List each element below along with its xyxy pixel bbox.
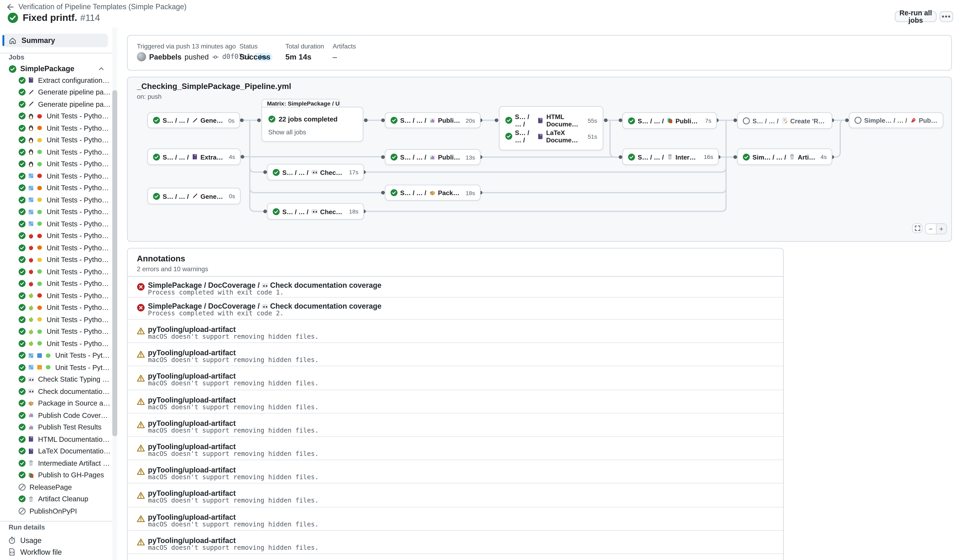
job-label: Unit Tests - Python 3.13 <box>47 280 112 287</box>
node-label: Check docume… <box>320 208 344 215</box>
workflow-node-publish-gh-pages[interactable]: S… / … /Publish to GH-P…7s <box>622 112 717 129</box>
actor-name[interactable]: Paebbels <box>149 53 181 61</box>
sidebar-job-item[interactable]: Unit Tests - Python 3.10 <box>0 182 112 194</box>
dot-red-icon <box>36 113 43 119</box>
workflow-node-publish-code-coverage[interactable]: S… / … /Publish Code C…20s <box>385 112 481 128</box>
fullscreen-button[interactable] <box>912 223 923 233</box>
sidebar-job-item[interactable]: Unit Tests - Python 3.10 <box>0 302 112 314</box>
package-icon <box>28 400 35 406</box>
sidebar-job-item[interactable]: Unit Tests - Python 3.9 <box>0 110 112 122</box>
sidebar-job-item[interactable]: PublishOnPyPI <box>0 505 112 517</box>
annotation-message: macOS doesn't support removing hidden fi… <box>148 520 319 527</box>
sidebar-job-item[interactable]: Generate pipeline parameters <box>0 98 112 110</box>
sidebar-job-item[interactable]: Unit Tests - Python 3.9 <box>0 290 112 302</box>
sidebar-job-item[interactable]: LaTeX Documentation using … <box>0 445 112 457</box>
scrollbar-thumb[interactable] <box>112 90 117 436</box>
sidebar-job-item[interactable]: Unit Tests - Python 3.12 <box>0 206 112 218</box>
sidebar-job-item[interactable]: Unit Tests - Python 3.12 <box>0 266 112 278</box>
sidebar-job-item[interactable]: Artifact Cleanup <box>0 493 112 505</box>
sidebar-job-item[interactable]: Unit Tests - Python 3.10 <box>0 242 112 254</box>
avatar[interactable] <box>137 52 146 61</box>
sidebar-job-item[interactable]: Unit Tests - Python 3.13 <box>0 218 112 230</box>
sidebar-item-workflow-file[interactable]: Workflow file <box>0 546 109 558</box>
workflow-node-create-release-page[interactable]: S… / … /Create 'Release Pa… <box>737 112 832 129</box>
workflow-trigger: on: push <box>137 93 162 100</box>
sidebar-job-item[interactable]: Check documentation covera… <box>0 385 112 397</box>
annotation-row-error[interactable]: SimplePackage / DocCoverage / Check docu… <box>128 298 783 320</box>
sidebar-item-usage[interactable]: Usage <box>0 535 109 546</box>
sidebar-job-item[interactable]: Unit Tests - Python 3.13 <box>0 158 112 170</box>
sidebar-job-item[interactable]: Unit Tests - Python 3.12 <box>0 361 112 373</box>
sidebar-job-item[interactable]: Unit Tests - Python 3.12 <box>0 350 112 362</box>
chart-icon <box>429 117 436 124</box>
workflow-node-artifact-cleanup[interactable]: Sim… / … /Artifact Cleanup4s <box>737 149 832 165</box>
sidebar-job-item[interactable]: Unit Tests - Python 3.12 <box>0 326 112 338</box>
show-all-jobs-link[interactable]: Show all jobs <box>268 128 306 136</box>
docs-group[interactable]: S… / … /HTML Docume…55sS… / … /LaTeX Doc… <box>499 106 603 150</box>
workflow-node-extract-configurations[interactable]: S… / … /Extract configur…4s <box>147 149 241 165</box>
sidebar-job-item[interactable]: Unit Tests - Python 3.11 <box>0 314 112 326</box>
annotation-row-warning[interactable]: pyTooling/upload-artifactmacOS doesn't s… <box>128 484 783 507</box>
dot-orange-icon <box>36 125 43 132</box>
sidebar-job-item[interactable]: Unit Tests - Python 3.9 <box>0 170 112 182</box>
workflow-node-check-documentation[interactable]: S… / … /Check docume…18s <box>267 203 364 220</box>
matrix-group[interactable]: 22 jobs completedShow all jobs <box>261 107 363 142</box>
workflow-node-package-source-wheel[interactable]: S… / … /Package in Sou…18s <box>385 185 481 201</box>
breadcrumb[interactable]: Verification of Pipeline Templates (Simp… <box>6 2 187 11</box>
sidebar-job-item[interactable]: Publish to GH-Pages <box>0 469 112 481</box>
sidebar-job-item[interactable]: ReleasePage <box>0 481 112 493</box>
sidebar-job-item[interactable]: Check Static Typing using Pyt… <box>0 373 112 386</box>
workflow-node-generate-params-1[interactable]: S… / … /Generate pipelin…0s <box>147 112 240 128</box>
chevron-up-icon[interactable] <box>98 66 104 72</box>
sidebar-job-item[interactable]: Unit Tests - Python 3.11 <box>0 254 112 266</box>
workflow-node-publish-test-results[interactable]: S… / … /Publish Test Re…13s <box>385 149 481 165</box>
workflow-node-check-static-typing[interactable]: S… / … /Check Static Ty…17s <box>267 164 364 180</box>
annotation-row-warning[interactable]: pyTooling/upload-artifactmacOS doesn't s… <box>128 437 783 460</box>
sidebar-scrollbar[interactable] <box>112 28 117 560</box>
annotation-row-error[interactable]: SimplePackage / DocCoverage / Check docu… <box>128 277 783 298</box>
sidebar-job-item[interactable]: Unit Tests - Python 3.11 <box>0 134 112 146</box>
sidebar-job-item[interactable]: Publish Test Results <box>0 421 112 433</box>
sidebar-job-item[interactable]: Unit Tests - Python 3.12 <box>0 146 112 158</box>
breadcrumb-label[interactable]: Verification of Pipeline Templates (Simp… <box>19 2 187 11</box>
annotation-row-warning[interactable]: pyTooling/upload-artifactmacOS doesn't s… <box>128 460 783 484</box>
zoom-out-button[interactable]: − <box>926 224 936 234</box>
node-duration: 4s <box>818 154 827 160</box>
sidebar-job-item[interactable]: Intermediate Artifact Cleanup <box>0 457 112 469</box>
annotation-row-warning[interactable]: pyTooling/upload-artifactmacOS doesn't s… <box>128 413 783 437</box>
annotation-row-warning[interactable]: pyTooling/upload-artifactmacOS doesn't s… <box>128 507 783 531</box>
annotation-row-warning[interactable]: pyTooling/upload-artifactmacOS doesn't s… <box>128 343 783 367</box>
dot-orange-icon <box>36 185 43 191</box>
sidebar-job-item[interactable]: Unit Tests - Python 3.13 <box>0 278 112 290</box>
check-icon <box>19 124 26 132</box>
sidebar-job-item[interactable]: Unit Tests - Python 3.10 <box>0 122 112 134</box>
sidebar-job-item[interactable]: Package in Source and Wheel… <box>0 397 112 409</box>
annotation-message: macOS doesn't support removing hidden fi… <box>148 426 319 434</box>
workflow-node-latex-docume-[interactable]: S… / … /LaTeX Docume…51s <box>500 128 603 144</box>
check-icon <box>153 116 160 124</box>
back-arrow-icon[interactable] <box>6 3 14 11</box>
kebab-menu-button[interactable]: ••• <box>940 11 953 22</box>
workflow-node-intermediate-artifact-cleanup[interactable]: S… / … /Intermediate A…16s <box>622 149 719 165</box>
sidebar-job-item[interactable]: Extract configurations from p… <box>0 74 112 86</box>
zoom-in-button[interactable]: + <box>936 224 947 234</box>
workflow-node-publish-to-pypi[interactable]: Simple… / … /Publish to PyPI <box>849 112 943 128</box>
sidebar-job-item[interactable]: Unit Tests - Python 3.13 <box>0 337 112 350</box>
annotation-row-warning[interactable]: pyTooling/upload-artifactmacOS doesn't s… <box>128 367 783 390</box>
check-icon <box>505 116 513 124</box>
sidebar-job-item[interactable]: HTML Documentation using … <box>0 433 112 445</box>
job-label: Unit Tests - Python 3.10 <box>47 244 112 251</box>
annotation-row-warning[interactable]: pyTooling/upload-artifactmacOS doesn't s… <box>128 390 783 414</box>
sidebar-job-item[interactable]: Unit Tests - Python 3.11 <box>0 194 112 206</box>
workflow-node-html-docume-[interactable]: S… / … /HTML Docume…55s <box>500 112 603 128</box>
workflow-node-generate-params-2[interactable]: S… / … /Generate pipelin…0s <box>147 188 241 204</box>
annotation-row-warning[interactable]: pyTooling/upload-artifactmacOS doesn't s… <box>128 320 783 343</box>
rerun-all-jobs-button[interactable]: Re-run all jobs <box>895 11 937 22</box>
sidebar-job-item[interactable]: Publish Code Coverage Results <box>0 409 112 421</box>
annotation-row-warning[interactable]: pyTooling/upload-artifactmacOS doesn't s… <box>128 530 783 554</box>
matrix-tab[interactable]: Matrix: SimplePackage / UnitTest… <box>261 99 340 107</box>
sidebar-item-summary[interactable]: Summary <box>2 34 108 47</box>
sidebar-job-group[interactable]: SimplePackage <box>0 63 109 75</box>
sidebar-job-item[interactable]: Generate pipeline parameters <box>0 86 112 98</box>
sidebar-job-item[interactable]: Unit Tests - Python 3.9 <box>0 230 112 242</box>
